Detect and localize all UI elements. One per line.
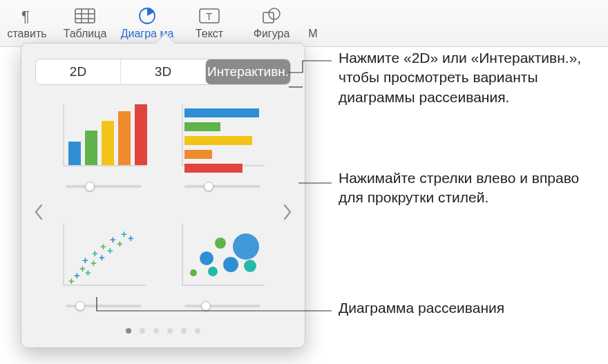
callout-tabs: Нажмите «2D» или «Интерактивн.», чтобы п…	[339, 48, 594, 107]
callout-arrows: Нажимайте стрелки влево и вправо для про…	[339, 169, 594, 208]
callout-scatter: Диаграмма рассеивания	[339, 298, 504, 318]
